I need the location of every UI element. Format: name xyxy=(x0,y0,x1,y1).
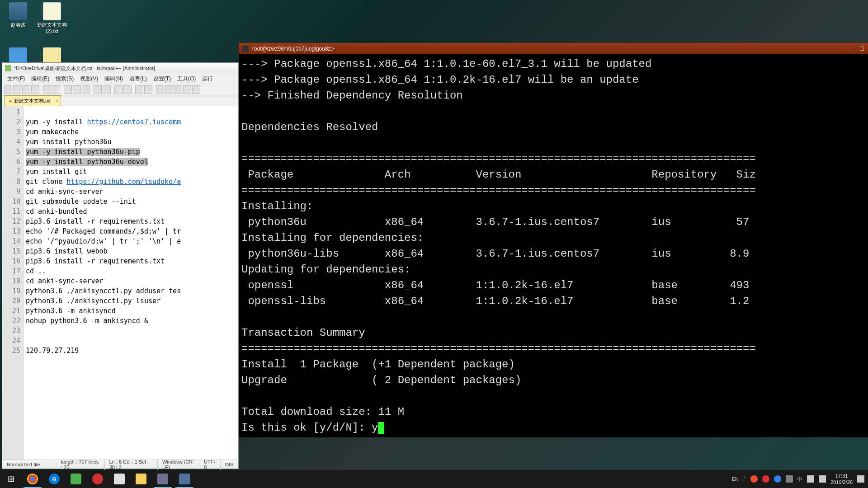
line-number-gutter: 1234567891011121314151617181920212223242… xyxy=(2,106,24,460)
zoom-out-button[interactable] xyxy=(144,85,152,94)
tray-icon-3[interactable] xyxy=(774,475,781,483)
taskbar-chrome[interactable] xyxy=(22,470,43,488)
terminal-icon xyxy=(242,46,249,52)
system-tray: EN ˄ 中 17:31 2019/2/26 xyxy=(732,473,868,485)
menu-encoding[interactable]: 编码(N) xyxy=(101,74,126,84)
menu-run[interactable]: 运行 xyxy=(199,74,216,84)
red-app-icon xyxy=(92,474,103,484)
file-tab[interactable]: 新建文本文档.txt × xyxy=(4,95,61,106)
terminal-window: root@izwz98m0uj0b7juoglgou8z:~ — ☐ ---> … xyxy=(239,43,868,437)
tray-icon-1[interactable] xyxy=(750,475,758,483)
notepadpp-menubar: 文件(F) 编辑(E) 搜索(S) 视图(V) 编码(N) 语言(L) 设置(T… xyxy=(2,74,238,84)
taskbar-notepadpp[interactable] xyxy=(152,470,174,488)
save-all-button[interactable] xyxy=(31,85,39,94)
menu-view[interactable]: 视图(V) xyxy=(77,74,101,84)
chrome-icon xyxy=(27,474,38,484)
icon-label: 新建文本文档 (2).txt xyxy=(36,22,68,34)
taskbar-terminal[interactable] xyxy=(174,470,195,488)
terminal-title-text: root@izwz98m0uj0b7juoglgou8z:~ xyxy=(252,46,335,52)
show-chars-button[interactable] xyxy=(165,85,173,94)
tab-close-icon[interactable]: × xyxy=(56,99,58,103)
volume-icon[interactable] xyxy=(819,475,826,483)
maximize-button[interactable]: ☐ xyxy=(859,46,864,52)
clock-time: 17:31 xyxy=(830,473,853,479)
notifications-icon[interactable] xyxy=(857,475,864,483)
desktop-icon-textfile[interactable]: 新建文本文档 (2).txt xyxy=(36,2,68,34)
tray-icon-2[interactable] xyxy=(762,475,769,483)
notepadpp-taskbar-icon xyxy=(157,474,168,484)
notepadpp-tabbar: 新建文本文档.txt × xyxy=(2,95,238,106)
taskbar-edge[interactable]: e xyxy=(43,470,65,488)
status-length: length : 707 lines : 25 xyxy=(57,459,105,470)
status-filetype: Normal text file xyxy=(2,462,57,467)
notepadpp-statusbar: Normal text file length : 707 lines : 25… xyxy=(2,460,238,469)
close-button[interactable] xyxy=(43,85,51,94)
menu-search[interactable]: 搜索(S) xyxy=(52,74,77,84)
status-encoding: UTF-8 xyxy=(199,459,221,470)
window-title: *D:\OneDrive\桌面\新建文本文档.txt - Notepad++ [… xyxy=(14,65,155,72)
undo-button[interactable] xyxy=(94,85,102,94)
menu-file[interactable]: 文件(F) xyxy=(4,74,28,84)
notepadpp-window: *D:\OneDrive\桌面\新建文本文档.txt - Notepad++ [… xyxy=(2,62,239,469)
status-eol: Windows (CR LF) xyxy=(158,459,199,470)
menu-language[interactable]: 语言(L) xyxy=(126,74,150,84)
icon-label: 赵泰杰 xyxy=(2,22,34,28)
notepadpp-icon xyxy=(5,65,11,71)
mail-icon xyxy=(114,474,125,484)
tray-icon-4[interactable] xyxy=(786,475,793,483)
textfile-icon xyxy=(43,2,61,20)
taskbar-app2[interactable] xyxy=(87,470,108,488)
taskbar: ⊞ e EN ˄ 中 17:31 2019/2/26 xyxy=(0,470,868,488)
zoom-in-button[interactable] xyxy=(135,85,143,94)
macro-button[interactable] xyxy=(183,85,191,94)
notepadpp-titlebar[interactable]: *D:\OneDrive\桌面\新建文本文档.txt - Notepad++ [… xyxy=(2,63,238,74)
status-position: Ln : 6 Col : 1 Sel : 30 | 2 xyxy=(105,459,158,470)
terminal-titlebar[interactable]: root@izwz98m0uj0b7juoglgou8z:~ — ☐ xyxy=(239,43,868,54)
taskbar-app1[interactable] xyxy=(65,470,87,488)
terminal-taskbar-icon xyxy=(179,474,190,484)
open-file-button[interactable] xyxy=(13,85,21,94)
edge-icon: e xyxy=(49,474,60,484)
redo-button[interactable] xyxy=(103,85,111,94)
minimize-button[interactable]: — xyxy=(848,46,853,52)
paste-button[interactable] xyxy=(82,85,90,94)
ime-indicator[interactable]: 中 xyxy=(797,476,802,483)
replace-button[interactable] xyxy=(123,85,132,94)
status-insertmode: INS xyxy=(221,462,238,467)
clock-date: 2019/2/26 xyxy=(830,479,853,485)
menu-settings[interactable]: 设置(T) xyxy=(150,74,174,84)
copy-button[interactable] xyxy=(73,85,81,94)
tab-label: 新建文本文档.txt xyxy=(14,98,51,104)
taskbar-mail[interactable] xyxy=(108,470,130,488)
save-button[interactable] xyxy=(22,85,30,94)
notepadpp-toolbar xyxy=(2,84,238,95)
network-icon[interactable] xyxy=(807,475,814,483)
green-app-icon xyxy=(71,474,81,484)
ime-lang[interactable]: EN xyxy=(732,476,739,482)
code-area[interactable]: yum -y install https://centos7.iuscommyu… xyxy=(24,106,238,460)
start-button[interactable]: ⊞ xyxy=(0,470,22,488)
play-button[interactable] xyxy=(192,85,200,94)
taskbar-left: ⊞ e xyxy=(0,470,195,488)
wrap-button[interactable] xyxy=(156,85,164,94)
indent-button[interactable] xyxy=(174,85,182,94)
new-file-button[interactable] xyxy=(4,85,12,94)
notepadpp-editor[interactable]: 1234567891011121314151617181920212223242… xyxy=(2,106,238,460)
taskbar-clock[interactable]: 17:31 2019/2/26 xyxy=(830,473,853,485)
cut-button[interactable] xyxy=(64,85,72,94)
tray-chevron-icon[interactable]: ˄ xyxy=(743,476,746,482)
desktop-icon-user[interactable]: 赵泰杰 xyxy=(2,2,34,28)
menu-edit[interactable]: 编辑(E) xyxy=(28,74,52,84)
menu-tools[interactable]: 工具(O) xyxy=(174,74,199,84)
find-button[interactable] xyxy=(114,85,123,94)
terminal-output[interactable]: ---> Package openssl.x86_64 1:1.0.1e-60.… xyxy=(239,54,868,437)
taskbar-explorer[interactable] xyxy=(130,470,152,488)
user-folder-icon xyxy=(9,2,27,20)
print-button[interactable] xyxy=(52,85,60,94)
folder-icon xyxy=(136,474,146,484)
